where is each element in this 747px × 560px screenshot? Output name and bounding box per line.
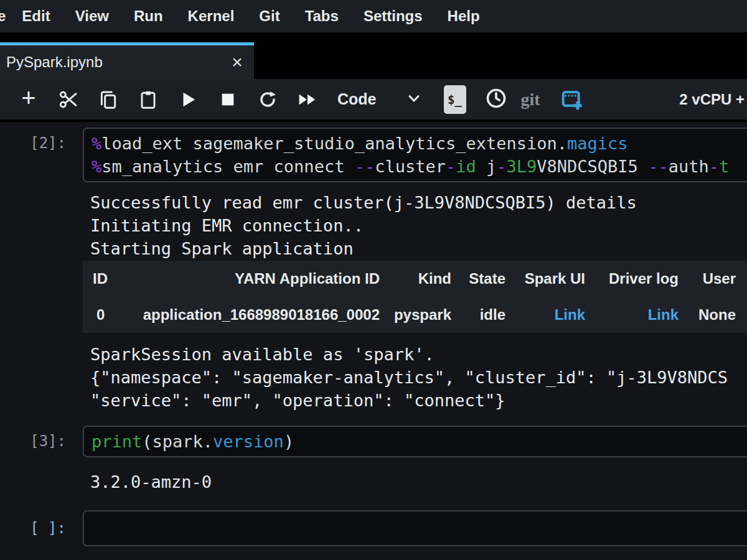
stop-icon: [219, 91, 237, 108]
output-line: 3.2.0-amzn-0: [90, 470, 747, 493]
paste-icon: [138, 90, 158, 110]
code-line: %sm_analytics emr connect --cluster-id j…: [92, 155, 747, 178]
cell-3-input[interactable]: print(spark.version): [83, 426, 747, 457]
menu-item-run[interactable]: Run: [121, 7, 176, 25]
col-header-spark-ui: Spark UI: [512, 261, 591, 293]
cell-2-output-log: Successfully read emr cluster(j-3L9V8NDC…: [90, 191, 747, 260]
tab-pyspark-notebook[interactable]: PySpark.ipynb ×: [0, 42, 254, 79]
menu-bar: e Edit View Run Kernel Git Tabs Settings…: [0, 0, 747, 32]
spark-ui-link[interactable]: Link: [555, 306, 585, 323]
code-line: print(spark.version): [92, 430, 747, 453]
kernel-instance-status[interactable]: 2 vCPU + 4: [679, 91, 747, 108]
terminal-button[interactable]: $_: [444, 85, 466, 114]
tab-title: PySpark.ipynb: [0, 54, 220, 71]
tab-bar: PySpark.ipynb ×: [0, 32, 747, 79]
cell-2-output-session: SparkSession available as 'spark'. {"nam…: [90, 343, 747, 412]
menu-item-view[interactable]: View: [63, 7, 121, 25]
fast-forward-icon: [297, 90, 318, 109]
close-icon[interactable]: ×: [220, 53, 254, 72]
play-icon: [179, 90, 197, 109]
cell-id: 0: [83, 293, 118, 333]
empty-cell-input[interactable]: [83, 510, 747, 546]
cell-user: None: [685, 293, 747, 333]
col-header-kind: Kind: [386, 261, 458, 293]
menu-item-kernel[interactable]: Kernel: [176, 7, 247, 25]
copy-icon: [98, 90, 118, 110]
driver-log-link[interactable]: Link: [648, 306, 679, 323]
restart-run-all-button[interactable]: [288, 81, 327, 118]
cell-yarn-id: application_1668989018166_0002: [118, 293, 386, 333]
git-button[interactable]: git: [521, 90, 540, 110]
restart-kernel-button[interactable]: [248, 81, 288, 118]
cell-2-prompt: [2]:: [0, 128, 83, 182]
notebook-toolbar: +: [0, 79, 747, 122]
menu-item-edit[interactable]: Edit: [9, 7, 62, 25]
schedule-plus-icon: [559, 86, 584, 111]
output-line: Initiating EMR connection..: [90, 214, 747, 237]
cell-2-input[interactable]: %load_ext sagemaker_studio_analytics_ext…: [83, 128, 747, 182]
output-line: {"namespace": "sagemaker-analytics", "cl…: [90, 366, 747, 389]
create-notebook-job-button[interactable]: [559, 86, 584, 113]
menu-item-tabs[interactable]: Tabs: [293, 7, 351, 25]
code-cell-empty: [ ]:: [0, 510, 747, 546]
table-header-row: ID YARN Application ID Kind State Spark …: [83, 261, 747, 293]
cell-3-prompt: [3]:: [0, 426, 83, 457]
cell-type-select[interactable]: Code: [337, 90, 377, 108]
menu-item-git[interactable]: Git: [247, 7, 292, 25]
col-header-state: State: [458, 261, 512, 293]
col-header-yarn-id: YARN Application ID: [118, 261, 386, 293]
code-cell-3: [3]: print(spark.version): [0, 426, 747, 457]
terminal-icon: $_: [448, 93, 462, 106]
code-line: %load_ext sagemaker_studio_analytics_ext…: [92, 132, 747, 155]
output-line: "service": "emr", "operation": "connect"…: [90, 389, 747, 412]
menu-item-help[interactable]: Help: [435, 7, 492, 25]
empty-cell-prompt: [ ]:: [0, 510, 83, 546]
output-line: Starting Spark application: [90, 237, 747, 260]
restart-icon: [258, 90, 278, 110]
cell-state: idle: [458, 293, 512, 333]
menu-item-file-partial[interactable]: e: [0, 7, 9, 25]
output-line: SparkSession available as 'spark'.: [90, 343, 747, 366]
history-button[interactable]: [485, 87, 507, 112]
table-row: 0 application_1668989018166_0002 pyspark…: [83, 293, 747, 333]
chevron-down-icon[interactable]: [405, 90, 423, 110]
cut-cells-button[interactable]: [49, 81, 88, 118]
cell-kind: pyspark: [386, 293, 458, 333]
paste-cells-button[interactable]: [128, 81, 168, 118]
col-header-id: ID: [83, 261, 118, 293]
plus-icon: +: [21, 84, 35, 112]
code-cell-2: [2]: %load_ext sagemaker_studio_analytic…: [0, 128, 747, 182]
cell-3-output: 3.2.0-amzn-0: [90, 470, 747, 493]
interrupt-kernel-button[interactable]: [208, 81, 248, 118]
run-cell-button[interactable]: [168, 81, 208, 118]
menu-item-settings[interactable]: Settings: [351, 7, 435, 25]
copy-cells-button[interactable]: [88, 81, 128, 118]
scissors-icon: [59, 90, 78, 110]
clock-icon: [485, 87, 507, 110]
col-header-driver-log: Driver log: [591, 261, 685, 293]
notebook-panel: [2]: %load_ext sagemaker_studio_analytic…: [0, 122, 747, 560]
col-header-user: User: [685, 261, 747, 293]
add-cell-button[interactable]: +: [9, 81, 49, 118]
output-line: Successfully read emr cluster(j-3L9V8NDC…: [90, 191, 747, 214]
spark-application-table: ID YARN Application ID Kind State Spark …: [83, 261, 747, 333]
